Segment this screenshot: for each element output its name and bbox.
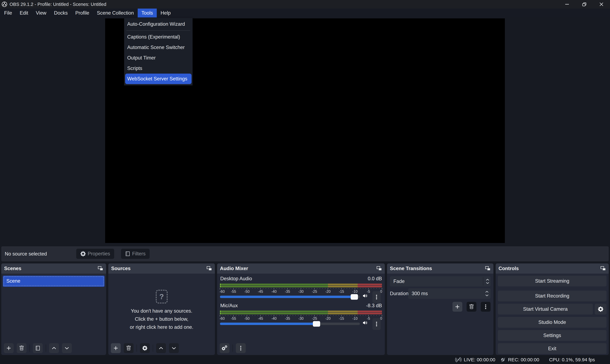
window-controls xyxy=(558,0,610,9)
sources-panel-title: Sources xyxy=(111,266,131,271)
scenes-panel: Scenes Scene xyxy=(1,263,106,355)
menu-item-captions[interactable]: Captions (Experimental) xyxy=(124,32,193,42)
add-scene-button[interactable] xyxy=(4,343,14,353)
volume-slider-handle[interactable] xyxy=(351,294,358,299)
channel-db-value: 0.0 dB xyxy=(368,276,382,282)
speaker-icon[interactable] xyxy=(362,320,368,325)
menu-item-automatic-scene-switcher[interactable]: Automatic Scene Switcher xyxy=(124,42,193,53)
popout-icon[interactable] xyxy=(207,266,212,271)
menu-view[interactable]: View xyxy=(32,9,50,17)
transitions-toolbar xyxy=(452,302,491,312)
channel-db-value: -8.3 dB xyxy=(366,303,382,309)
move-scene-down-button[interactable] xyxy=(62,343,72,353)
controls-header: Controls xyxy=(496,263,609,273)
tools-dropdown-menu: Auto-Configuration Wizard Captions (Expe… xyxy=(124,18,193,86)
restore-button[interactable] xyxy=(576,0,593,9)
combo-spinner-icons[interactable] xyxy=(486,276,489,286)
start-recording-button[interactable]: Start Recording xyxy=(498,291,607,301)
meter-stripe xyxy=(220,286,382,287)
channel-options-button[interactable] xyxy=(373,291,381,303)
controls-title: Controls xyxy=(499,266,519,271)
popout-icon[interactable] xyxy=(485,266,491,271)
start-streaming-button[interactable]: Start Streaming xyxy=(498,276,607,286)
popout-icon[interactable] xyxy=(600,266,606,271)
meter-scale: -60-55-50-45-40-35-30-25-20-15-10-50 xyxy=(220,315,382,321)
filters-button-label: Filters xyxy=(132,251,145,257)
question-mark-icon: ? xyxy=(156,290,167,303)
menu-item-scripts[interactable]: Scripts xyxy=(124,63,193,74)
gear-icon xyxy=(80,251,86,257)
sources-empty-state[interactable]: ? You don't have any sources. Click the … xyxy=(108,290,215,331)
meter-stripe xyxy=(220,312,382,314)
rec-offline-icon xyxy=(500,357,505,363)
remove-scene-button[interactable] xyxy=(17,343,27,353)
filters-button[interactable]: Filters xyxy=(121,249,150,259)
scenes-toolbar xyxy=(4,343,72,353)
add-source-button[interactable] xyxy=(111,343,121,353)
move-source-down-button[interactable] xyxy=(169,343,179,353)
close-button[interactable] xyxy=(593,0,610,9)
menu-profile[interactable]: Profile xyxy=(71,9,93,17)
menu-docks[interactable]: Docks xyxy=(50,9,71,17)
mixer-channel-desktop-audio: Desktop Audio 0.0 dB -60-55-50-45-40-35-… xyxy=(220,275,382,302)
transition-select[interactable]: Fade xyxy=(390,276,491,286)
remove-source-button[interactable] xyxy=(124,343,134,353)
toolbar-separator xyxy=(233,344,233,352)
advanced-audio-properties-button[interactable] xyxy=(220,343,229,353)
scene-filters-button[interactable] xyxy=(33,343,43,353)
menu-item-auto-configuration-wizard[interactable]: Auto-Configuration Wizard xyxy=(124,19,193,29)
sources-empty-line: Click the + button below, xyxy=(108,315,215,323)
popout-icon[interactable] xyxy=(376,266,382,271)
virtual-camera-settings-button[interactable] xyxy=(595,304,607,314)
duration-label: Duration xyxy=(390,291,408,297)
start-virtual-camera-button[interactable]: Start Virtual Camera xyxy=(498,304,593,314)
menu-scene-collection[interactable]: Scene Collection xyxy=(93,9,138,17)
properties-button[interactable]: Properties xyxy=(76,249,114,259)
minimize-button[interactable] xyxy=(558,0,576,9)
menu-item-websocket-server-settings[interactable]: WebSocket Server Settings xyxy=(125,74,192,84)
scenes-panel-title: Scenes xyxy=(4,266,21,271)
menu-edit[interactable]: Edit xyxy=(16,9,32,17)
channel-options-button[interactable] xyxy=(373,318,381,330)
window-title: OBS 29.1.2 - Profile: Untitled - Scenes:… xyxy=(10,2,106,7)
source-properties-button[interactable] xyxy=(140,343,150,353)
popout-icon[interactable] xyxy=(98,266,103,271)
volume-slider-fill xyxy=(220,323,317,325)
audio-mixer-header: Audio Mixer xyxy=(217,263,385,273)
settings-button[interactable]: Settings xyxy=(498,330,607,341)
transition-options-button[interactable] xyxy=(481,302,491,312)
mixer-options-button[interactable] xyxy=(236,343,246,353)
live-time: LIVE: 00:00:00 xyxy=(464,357,495,363)
meter-stripe xyxy=(220,311,382,312)
menu-tools[interactable]: Tools xyxy=(138,9,157,17)
exit-button[interactable]: Exit xyxy=(498,343,607,354)
scene-transitions-header: Scene Transitions xyxy=(387,263,493,273)
scene-list-item-selected[interactable]: Scene xyxy=(3,276,105,287)
menu-item-output-timer[interactable]: Output Timer xyxy=(124,53,193,63)
meter-stripe xyxy=(220,284,382,285)
volume-slider[interactable] xyxy=(220,323,360,325)
speaker-icon[interactable] xyxy=(362,293,368,298)
volume-slider[interactable] xyxy=(220,296,360,298)
menu-help[interactable]: Help xyxy=(157,9,175,17)
menu-bar: File Edit View Docks Profile Scene Colle… xyxy=(0,9,610,17)
move-source-up-button[interactable] xyxy=(156,343,166,353)
mixer-toolbar xyxy=(220,343,246,353)
duration-spinbox[interactable]: 300 ms xyxy=(408,288,491,299)
status-bar: LIVE: 00:00:00 REC: 00:00:00 CPU: 0.1%, … xyxy=(0,355,610,364)
move-scene-up-button[interactable] xyxy=(49,343,59,353)
duration-value: 300 ms xyxy=(412,291,428,296)
volume-slider-fill xyxy=(220,296,354,298)
volume-slider-handle[interactable] xyxy=(313,321,320,326)
audio-mixer-panel: Audio Mixer Desktop Audio 0.0 dB -60-55-… xyxy=(217,263,385,355)
sources-panel: Sources ? You don't have any sources. Cl… xyxy=(108,263,215,355)
channel-name: Desktop Audio xyxy=(220,276,252,282)
studio-mode-button[interactable]: Studio Mode xyxy=(498,317,607,328)
remove-transition-button[interactable] xyxy=(467,302,476,312)
menu-file[interactable]: File xyxy=(0,9,16,17)
properties-button-label: Properties xyxy=(88,251,110,257)
spinbox-arrows[interactable] xyxy=(485,288,489,299)
toolbar-separator xyxy=(153,344,153,352)
volume-meter xyxy=(220,311,382,314)
add-transition-button[interactable] xyxy=(452,302,462,312)
